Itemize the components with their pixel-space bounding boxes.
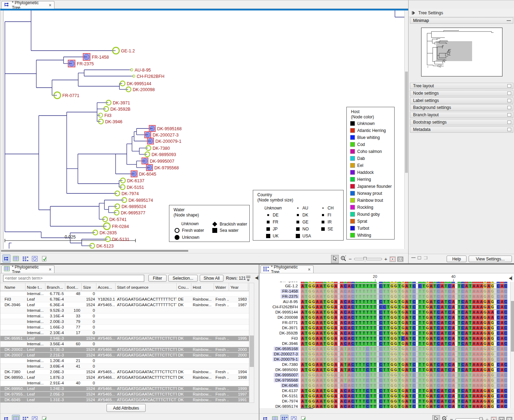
table-row[interactable]: DK-3946Leaf6.36E-41524AY5465...ATGGAATGG…: [0, 302, 249, 308]
alignment-row[interactable]: DK-9795568ATGGAATGGAATACTTTCTTCTTGGTGATC…: [259, 378, 510, 383]
section-palette-icon[interactable]: [507, 106, 511, 109]
alignment-row[interactable]: FR-2375ATGGAATGGAACACTTTTTTCTTGGTGATCTTG…: [259, 294, 510, 299]
column-header-boot[interactable]: Boot...: [65, 283, 82, 292]
column-header-cou[interactable]: Cou...: [177, 283, 191, 292]
alignment-row[interactable]: GE-1.2ATGGAATGGAACACTTTTTTCTTGGTGATCCTGA…: [259, 283, 510, 289]
table-row[interactable]: Internal...2.91E-4400: [0, 381, 249, 386]
column-header-size[interactable]: Size: [82, 283, 96, 292]
host-legend[interactable]: Host (Node color) UnknownAtlantic Herrin…: [346, 107, 395, 240]
zoom-to-selection-button[interactable]: [491, 417, 497, 420]
tree-leaf-node[interactable]: DK-9595168: [149, 125, 182, 132]
tree-vertical-scrollbar[interactable]: [404, 10, 408, 249]
close-icon[interactable]: ×: [49, 267, 51, 272]
tree-horizontal-scrollbar[interactable]: [0, 249, 408, 253]
table-row[interactable]: DK-20002...Leaf1.73E-31524AY5466...ATGGA…: [0, 347, 249, 353]
alignment-row[interactable]: FR-1458ATGGAATGGAACACTTTTTTCTTGGTGATCTTG…: [259, 289, 510, 294]
tree-leaf-node[interactable]: DK-9795568: [146, 164, 179, 171]
tree-leaf-node[interactable]: DK-6045: [131, 171, 156, 177]
alignment-row[interactable]: DK-200098ATGGAATGGAACACTTTTTTCTTGGTGATCT…: [259, 315, 510, 320]
tree-leaf-node[interactable]: DK-5131: [105, 237, 129, 242]
close-icon[interactable]: ×: [49, 3, 51, 8]
history-icon[interactable]: [31, 255, 39, 263]
table-row[interactable]: Internal...1.66E-3770: [0, 325, 249, 330]
tree-leaf-node[interactable]: DK-200027-3: [145, 132, 178, 138]
table-row[interactable]: Internal...9.52E-31000: [0, 308, 249, 314]
settings-section-branch-layout[interactable]: Branch layout: [410, 112, 513, 118]
zoom-out-button[interactable]: −: [348, 257, 352, 261]
section-palette-icon[interactable]: [507, 120, 511, 124]
alignment-row[interactable]: DK-9895174ATGGAATGGAACACTTTCTTCTTGGTGATC…: [259, 404, 510, 408]
column-header-nodet[interactable]: Node t...: [25, 283, 45, 292]
table-row[interactable]: DK-95951...Leaf2.94E-31524AY5465...ATGGA…: [0, 336, 249, 341]
settings-section-tree-layout[interactable]: Tree layout: [410, 83, 513, 89]
settings-section-node-settings[interactable]: Node settings: [410, 90, 513, 96]
section-palette-icon[interactable]: [507, 99, 511, 102]
view-settings-button[interactable]: View Settings...: [469, 256, 512, 262]
tree-view-icon[interactable]: [262, 415, 270, 420]
tree-leaf-node[interactable]: DK-9695377: [114, 210, 145, 215]
table-row[interactable]: DK-7380Leaf2.08E-31524AY5465...ATGGAATGG…: [0, 369, 249, 375]
alignment-row[interactable]: DK-6137ATGGAATGGAACACTTTCTTCTTGGTGATCTTG…: [259, 388, 510, 393]
rows-filter-icon[interactable]: [246, 275, 251, 281]
alignment-row[interactable]: DK-3946ATGGAATGGAACACTTTTTTCTTGGTGATCTTG…: [259, 341, 510, 346]
alignment-row[interactable]: DK-9895093ATGGAATGGAATACTTTCTTCTTGGTGATC…: [259, 367, 510, 373]
element-info-icon[interactable]: [299, 415, 307, 420]
tree-view-icon[interactable]: [2, 255, 10, 263]
table-view-icon[interactable]: [12, 255, 20, 263]
minimap-section-header[interactable]: Minimap: [410, 17, 513, 24]
tree-leaf-node[interactable]: FR-1458: [83, 53, 109, 60]
zoom-slider[interactable]: [455, 418, 483, 420]
column-header-water[interactable]: Water: [214, 283, 229, 292]
alignment-row[interactable]: DK-200027-3ATGGAATGGAATACTTTCTTCTTGGTGAT…: [259, 352, 510, 357]
section-palette-icon[interactable]: [507, 128, 511, 131]
selection-button[interactable]: Selection...: [168, 275, 198, 282]
tree-leaf-node[interactable]: DK-9895024: [115, 204, 146, 209]
table-row[interactable]: DK-98950...Leaf1.87E-31524AY5466...ATGGA…: [0, 375, 249, 381]
table-view-icon[interactable]: [12, 415, 20, 420]
tree-leaf-node[interactable]: DK-2835: [93, 230, 117, 235]
alignment-row[interactable]: DK-7974ATGGAATGGAACACTTTCTTCTTGGTGATCTTG…: [259, 399, 510, 404]
minimap[interactable]: [421, 28, 502, 76]
alignment-row[interactable]: DK-6045ATGGAATGGAACACTTTCTTCTTGGTGATCTTG…: [259, 383, 510, 388]
tree-leaf-node[interactable]: DK-6137: [120, 178, 144, 183]
cursor-tool-icon[interactable]: [331, 255, 339, 263]
table-view-icon[interactable]: [271, 415, 279, 420]
tree-leaf-node[interactable]: DK-9995144: [120, 81, 151, 86]
alignment-row[interactable]: Fil3ATGGAATGGAACACTTTTTTCTTGGTCATCTTGATC…: [259, 336, 510, 341]
zoom-to-selection-button[interactable]: [390, 257, 396, 262]
alignment-vertical-scrollbar[interactable]: [510, 282, 514, 408]
tree-leaf-node[interactable]: DK-9995007: [142, 158, 174, 164]
close-icon[interactable]: ×: [308, 267, 310, 272]
table-row[interactable]: Internal...3.69E-4410: [0, 364, 249, 369]
water-legend[interactable]: Water (Node shape) UnknownFresh waterUnk…: [169, 205, 250, 242]
tree-leaf-node[interactable]: DK-9895174: [122, 198, 153, 203]
restore-icon[interactable]: [418, 256, 421, 259]
tree-leaf-node[interactable]: DK-3592B: [104, 106, 131, 112]
alignment-row[interactable]: DK-5151ATGGAATGGAACACTTTCTTCTTGGTGATCTTG…: [259, 393, 510, 399]
column-header-startofsequence[interactable]: Start of sequence: [116, 283, 177, 292]
section-palette-icon[interactable]: [507, 113, 511, 117]
tree-leaf-node[interactable]: FR-0771: [54, 92, 80, 99]
tree-leaf-node[interactable]: DK-3946: [98, 119, 122, 124]
table-vertical-scrollbar[interactable]: [249, 283, 254, 403]
alignment-row[interactable]: DK-7380ATGGAATGGAATACTTTCTTCTTGGTGATCTTG…: [259, 362, 510, 367]
tree-leaf-node[interactable]: DK-5741: [103, 217, 126, 222]
tree-leaf-node[interactable]: AU-8-95: [131, 68, 151, 73]
alignment-row[interactable]: FR-0771ATGGAATGGAACACTTTTTTCTTGGTGATCTTG…: [259, 320, 510, 325]
alignment-row[interactable]: DK-3592BATGGAATGGAACACTTTTTTCTTGGTGATCTT…: [259, 331, 510, 336]
tree-leaf-node[interactable]: DK-5123: [90, 243, 113, 249]
table-row[interactable]: DK-6045Leaf1.31E-31524AY5465...ATGGAATGG…: [0, 397, 249, 403]
zoom-tool-icon[interactable]: [340, 256, 346, 263]
element-info-icon[interactable]: [40, 415, 48, 420]
tab-phylogenetic-tree[interactable]: * Phylogenetic Tree ×: [1, 1, 54, 9]
show-all-button[interactable]: Show All: [200, 275, 223, 282]
tab-phylogenetic-tree-table[interactable]: * Phylogenetic Tree ×: [1, 265, 54, 273]
alignment-view-icon[interactable]: [21, 415, 29, 420]
table-row[interactable]: DK-97955...Leaf2.05E-31524AY5465...ATGGA…: [0, 392, 249, 397]
element-info-icon[interactable]: [40, 255, 48, 263]
tab-phylogenetic-tree-alignment[interactable]: * Phylogenetic Tree ×: [260, 265, 314, 273]
tree-leaf-node[interactable]: GE-1.2: [113, 47, 135, 54]
tree-leaf-node[interactable]: DK-3971: [106, 100, 130, 105]
zoom-slider[interactable]: [354, 258, 382, 260]
add-attributes-button[interactable]: Add Attributes: [107, 404, 146, 412]
